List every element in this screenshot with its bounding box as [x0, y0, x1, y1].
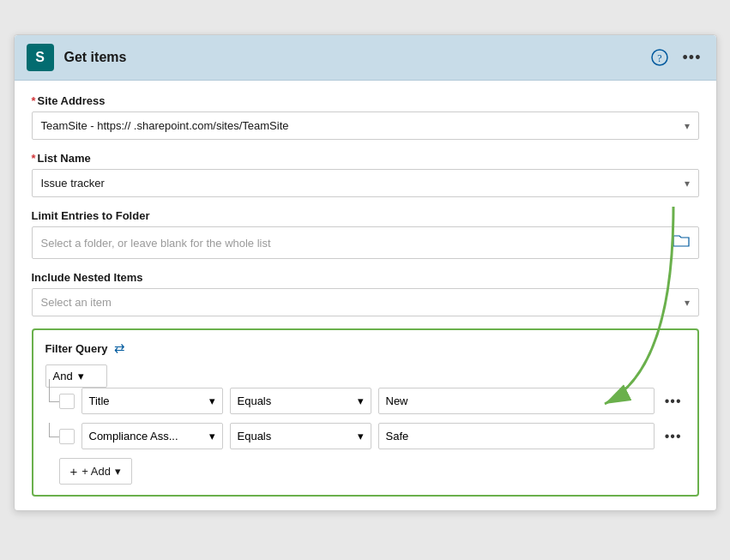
filter-row-2-field-dropdown[interactable]: Compliance Ass... ▾ — [81, 423, 223, 449]
filter-row: Compliance Ass... ▾ Equals ▾ Safe ••• — [59, 423, 685, 449]
header-actions: ? ••• — [648, 45, 704, 69]
card-body: *Site Address TeamSite - https:// .share… — [15, 81, 716, 510]
filter-rows: Title ▾ Equals ▾ New ••• — [59, 388, 685, 485]
get-items-card: S Get items ? ••• *Site Address TeamSit — [14, 34, 717, 511]
row2-op-chevron-icon: ▾ — [358, 430, 364, 443]
swap-icon[interactable]: ⇄ — [114, 340, 125, 356]
site-address-group: *Site Address TeamSite - https:// .share… — [32, 94, 699, 140]
filter-query-header: Filter Query ⇄ — [45, 340, 685, 356]
filter-row-2-more-button[interactable]: ••• — [661, 425, 685, 448]
include-nested-group: Include Nested Items Select an item ▾ — [32, 271, 699, 316]
svg-text:?: ? — [657, 52, 661, 64]
card-header: S Get items ? ••• — [15, 35, 716, 81]
list-name-dropdown[interactable]: Issue tracker ▾ — [32, 169, 699, 197]
filter-row-2-value-input[interactable]: Safe — [378, 423, 655, 449]
row1-field-chevron-icon: ▾ — [209, 394, 215, 407]
include-nested-dropdown[interactable]: Select an item ▾ — [32, 288, 699, 316]
filter-query-section: Filter Query ⇄ And ▾ Title ▾ — [32, 328, 699, 497]
include-nested-label: Include Nested Items — [32, 271, 699, 284]
filter-row-1-field-dropdown[interactable]: Title ▾ — [81, 388, 223, 414]
filter-row-1-operator-dropdown[interactable]: Equals ▾ — [230, 388, 371, 414]
add-filter-button[interactable]: + + Add ▾ — [59, 458, 132, 485]
add-chevron-icon: ▾ — [115, 465, 121, 478]
filter-row-2-operator-dropdown[interactable]: Equals ▾ — [230, 423, 371, 449]
limit-entries-label: Limit Entries to Folder — [32, 209, 699, 222]
and-chevron-icon: ▾ — [78, 370, 84, 382]
list-name-group: *List Name Issue tracker ▾ — [32, 152, 699, 197]
site-address-label: *Site Address — [32, 94, 699, 107]
card-title: Get items — [64, 50, 648, 65]
filter-query-label: Filter Query — [45, 342, 108, 355]
limit-entries-group: Limit Entries to Folder Select a folder,… — [32, 209, 699, 259]
site-address-dropdown[interactable]: TeamSite - https:// .sharepoint.com/site… — [32, 111, 699, 140]
row2-field-chevron-icon: ▾ — [209, 430, 215, 443]
more-options-button[interactable]: ••• — [680, 45, 704, 69]
row1-op-chevron-icon: ▾ — [358, 394, 364, 407]
list-name-label: *List Name — [32, 152, 699, 165]
add-icon: + — [70, 464, 78, 479]
connector-icon: S — [27, 44, 54, 71]
filter-row-2-checkbox[interactable] — [59, 429, 75, 444]
include-nested-chevron-icon: ▾ — [685, 297, 690, 309]
filter-row: Title ▾ Equals ▾ New ••• — [59, 388, 685, 414]
filter-row-1-more-button[interactable]: ••• — [661, 390, 685, 412]
limit-entries-input[interactable]: Select a folder, or leave blank for the … — [32, 226, 699, 259]
and-dropdown[interactable]: And ▾ — [45, 364, 107, 388]
site-address-chevron-icon: ▾ — [685, 120, 690, 132]
list-name-chevron-icon: ▾ — [685, 178, 690, 190]
folder-icon — [673, 234, 690, 251]
filter-row-1-value-input[interactable]: New — [378, 388, 655, 414]
filter-row-1-checkbox[interactable] — [59, 394, 75, 409]
help-button[interactable]: ? — [648, 45, 672, 69]
